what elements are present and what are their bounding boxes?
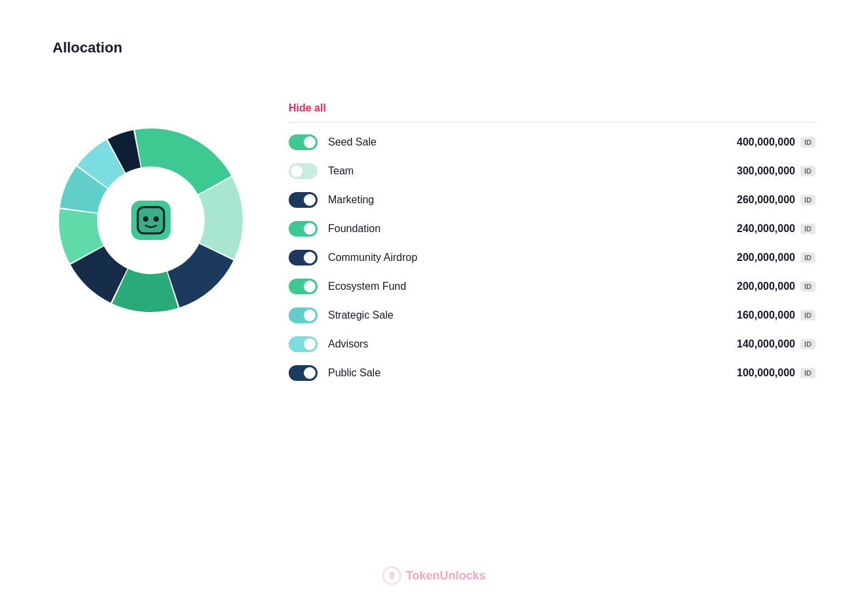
- svg-rect-7: [390, 576, 393, 580]
- id-badge[interactable]: ID: [800, 281, 816, 292]
- item-amount: 160,000,000: [703, 309, 795, 321]
- amount-wrapper: 200,000,000ID: [703, 252, 816, 264]
- toggle-advisors[interactable]: [289, 336, 318, 352]
- toggle-team[interactable]: [289, 163, 318, 179]
- id-badge[interactable]: ID: [800, 195, 816, 205]
- amount-wrapper: 260,000,000ID: [703, 194, 816, 206]
- item-amount: 400,000,000: [703, 136, 795, 148]
- item-label: Seed Sale: [328, 136, 693, 148]
- item-amount: 200,000,000: [703, 281, 795, 292]
- allocation-chart: [52, 122, 249, 319]
- toggle-knob: [304, 309, 316, 321]
- toggle-marketing[interactable]: [289, 192, 318, 208]
- toggle-knob: [291, 165, 302, 177]
- chart-container: [52, 122, 249, 319]
- toggle-knob: [304, 338, 316, 350]
- id-badge[interactable]: ID: [800, 166, 816, 176]
- center-logo: [131, 201, 171, 240]
- item-label: Strategic Sale: [328, 309, 693, 321]
- toggle-knob: [304, 281, 316, 292]
- toggle-knob: [304, 367, 316, 379]
- toggle-foundation[interactable]: [289, 221, 318, 237]
- toggle-public-sale[interactable]: [289, 365, 318, 381]
- tokenunlocks-logo-icon: [382, 566, 401, 585]
- legend-row: Team300,000,000ID: [289, 157, 816, 186]
- item-amount: 140,000,000: [703, 338, 795, 350]
- amount-wrapper: 300,000,000ID: [703, 165, 816, 177]
- item-amount: 300,000,000: [703, 165, 795, 177]
- amount-wrapper: 400,000,000ID: [703, 136, 816, 148]
- toggle-ecosystem-fund[interactable]: [289, 279, 318, 294]
- amount-wrapper: 100,000,000ID: [703, 367, 816, 379]
- legend-row: Seed Sale400,000,000ID: [289, 128, 816, 157]
- svg-rect-1: [136, 206, 165, 235]
- svg-point-3: [143, 216, 148, 222]
- legend-area: Hide all Seed Sale400,000,000IDTeam300,0…: [289, 96, 816, 387]
- item-amount: 260,000,000: [703, 194, 795, 206]
- legend-row: Strategic Sale160,000,000ID: [289, 301, 816, 330]
- legend-row: Marketing260,000,000ID: [289, 186, 816, 214]
- item-label: Public Sale: [328, 367, 693, 379]
- id-badge[interactable]: ID: [800, 137, 816, 148]
- id-badge[interactable]: ID: [800, 339, 816, 349]
- item-label: Community Airdrop: [328, 252, 693, 264]
- toggle-community-airdrop[interactable]: [289, 250, 318, 266]
- item-label: Team: [328, 165, 693, 177]
- amount-wrapper: 140,000,000ID: [703, 338, 816, 350]
- divider: [289, 122, 816, 123]
- toggle-knob: [304, 223, 316, 235]
- legend-row: Advisors140,000,000ID: [289, 330, 816, 359]
- amount-wrapper: 160,000,000ID: [703, 309, 816, 321]
- toggle-knob: [304, 252, 316, 264]
- toggle-knob: [304, 136, 316, 148]
- item-label: Ecosystem Fund: [328, 281, 693, 292]
- item-amount: 200,000,000: [703, 252, 795, 264]
- item-label: Foundation: [328, 223, 693, 235]
- id-badge[interactable]: ID: [800, 368, 816, 378]
- id-badge[interactable]: ID: [800, 224, 816, 234]
- legend-row: Community Airdrop200,000,000ID: [289, 243, 816, 272]
- toggle-seed-sale[interactable]: [289, 134, 318, 150]
- amount-wrapper: 240,000,000ID: [703, 223, 816, 235]
- id-badge[interactable]: ID: [800, 252, 816, 263]
- item-amount: 240,000,000: [703, 223, 795, 235]
- legend-row: Ecosystem Fund200,000,000ID: [289, 272, 816, 301]
- toggle-strategic-sale[interactable]: [289, 307, 318, 323]
- footer-watermark: TokenUnlocks: [382, 566, 486, 585]
- toggle-knob: [304, 194, 316, 206]
- item-label: Marketing: [328, 194, 693, 206]
- page-title: Allocation: [52, 39, 816, 56]
- content-area: Hide all Seed Sale400,000,000IDTeam300,0…: [52, 96, 816, 387]
- svg-point-4: [154, 216, 159, 222]
- item-amount: 100,000,000: [703, 367, 795, 379]
- watermark-label: TokenUnlocks: [406, 569, 486, 583]
- id-badge[interactable]: ID: [800, 310, 816, 321]
- hide-all-button[interactable]: Hide all: [289, 102, 326, 114]
- legend-list: Seed Sale400,000,000IDTeam300,000,000IDM…: [289, 128, 816, 387]
- page-wrapper: Allocation: [0, 0, 868, 611]
- item-label: Advisors: [328, 338, 693, 350]
- legend-row: Foundation240,000,000ID: [289, 214, 816, 243]
- amount-wrapper: 200,000,000ID: [703, 281, 816, 292]
- legend-row: Public Sale100,000,000ID: [289, 359, 816, 387]
